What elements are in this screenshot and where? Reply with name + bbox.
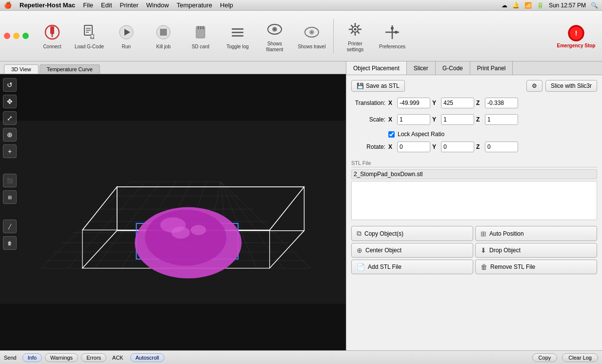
connect-button[interactable]: Connect (35, 15, 70, 58)
battery-icon: 🔋 (537, 2, 544, 9)
svg-rect-18 (202, 26, 204, 29)
translation-xyz: X Y Z (388, 98, 518, 108)
preferences-button[interactable]: Preferences (375, 15, 410, 58)
kill-job-button[interactable]: Kill job (146, 15, 181, 58)
svg-rect-21 (232, 35, 243, 37)
settings-button[interactable]: ⚙ (526, 80, 542, 92)
log-toolbar: Send Info Warnings Errors ACK Autoscroll… (0, 351, 602, 364)
copy-objects-button[interactable]: ⧉ Copy Object(s) (351, 226, 473, 241)
save-icon: 💾 (357, 82, 364, 89)
rotate-x-input[interactable] (397, 142, 430, 152)
drop-object-icon: ⬇ (481, 246, 486, 254)
view-panel: 3D View Temperature Curve ↺ ✥ ⤢ ⊕ + ⬛ ⊞ … (0, 61, 346, 350)
remove-stl-button[interactable]: 🗑 Remove STL File (475, 260, 597, 274)
notification-icon: 🔔 (512, 2, 520, 9)
save-stl-button[interactable]: 💾 Save as STL (351, 80, 405, 92)
printer-settings-button[interactable]: Printer settings (338, 15, 373, 58)
toggle-log-icon (228, 22, 247, 42)
menu-window[interactable]: Window (146, 1, 169, 9)
grid-view-button[interactable]: ⊞ (3, 190, 17, 204)
ruler-tool-button[interactable]: ╱ (3, 220, 17, 233)
view-canvas[interactable]: ↺ ✥ ⤢ ⊕ + ⬛ ⊞ ╱ 🗑 (0, 74, 346, 350)
translation-z-input[interactable] (485, 98, 518, 108)
rotate-y-label: Y (432, 143, 439, 150)
menu-printer[interactable]: Printer (120, 1, 139, 9)
menu-edit[interactable]: Edit (101, 1, 112, 9)
svg-line-34 (351, 25, 353, 27)
svg-text:!: ! (575, 29, 578, 37)
sd-card-label: SD card (192, 44, 209, 50)
maximize-window-button[interactable] (22, 33, 29, 39)
slice-button[interactable]: Slice with Slic3r (545, 80, 597, 92)
top-view-button[interactable]: ⬛ (3, 174, 17, 187)
scale-z-input[interactable] (485, 114, 518, 125)
shows-filament-button[interactable]: Shows filament (257, 15, 292, 58)
close-window-button[interactable] (4, 33, 10, 39)
spotlight-icon[interactable]: 🔍 (591, 2, 598, 9)
svg-rect-20 (232, 32, 243, 33)
log-tab-info[interactable]: Info (22, 353, 42, 362)
shows-travel-button[interactable]: Shows travel (294, 15, 329, 58)
svg-point-24 (274, 28, 276, 30)
center-object-button[interactable]: ⊕ Center Object (351, 243, 473, 258)
svg-point-41 (395, 31, 398, 34)
menu-temperature[interactable]: Temperature (177, 1, 212, 9)
rotate-y-input[interactable] (441, 142, 474, 152)
log-copy-button[interactable]: Copy (532, 353, 558, 362)
menu-help[interactable]: Help (220, 1, 233, 9)
tab-object-placement[interactable]: Object Placement (346, 61, 407, 75)
log-tab-autoscroll[interactable]: Autoscroll (130, 353, 164, 362)
svg-rect-19 (232, 28, 243, 30)
translation-y-label: Y (432, 100, 439, 106)
run-icon (117, 22, 136, 42)
run-button[interactable]: Run (109, 15, 144, 58)
lock-aspect-checkbox[interactable] (388, 131, 395, 138)
translation-x-input[interactable] (397, 98, 430, 108)
action-buttons-grid: ⧉ Copy Object(s) ⊞ Auto Position ⊕ Cente… (351, 226, 597, 274)
tab-g-code[interactable]: G-Code (436, 61, 470, 75)
zoom-in-button[interactable]: + (3, 144, 17, 158)
rotate-xyz: X Y Z (388, 142, 518, 152)
tab-temperature-curve[interactable]: Temperature Curve (40, 64, 100, 74)
log-clear-button[interactable]: Clear Log (562, 353, 598, 362)
delete-tool-button[interactable]: 🗑 (3, 236, 17, 250)
log-tab-errors[interactable]: Errors (81, 353, 106, 362)
toggle-log-button[interactable]: Toggle log (220, 15, 255, 58)
op-toolbar: 💾 Save as STL ⚙ Slice with Slic3r (351, 80, 597, 92)
add-stl-button[interactable]: 📄 Add STL File (351, 260, 473, 274)
view-sidebar-tools: ↺ ✥ ⤢ ⊕ + ⬛ ⊞ ╱ 🗑 (3, 78, 17, 250)
sd-card-icon (191, 22, 210, 42)
pan-view-button[interactable]: ⤢ (3, 111, 17, 125)
stl-file-header: STL File (351, 160, 597, 167)
rotate-view-button[interactable]: ↺ (3, 78, 17, 92)
sd-card-button[interactable]: SD card (183, 15, 218, 58)
load-gcode-button[interactable]: Load G-Code (72, 15, 107, 58)
connect-label: Connect (43, 44, 61, 50)
svg-rect-1 (50, 26, 54, 34)
minimize-window-button[interactable] (13, 33, 20, 39)
svg-rect-16 (198, 26, 199, 29)
rotate-z-input[interactable] (485, 142, 518, 152)
emergency-stop-button[interactable]: ! Emergency Stop (554, 15, 598, 58)
move-view-button[interactable]: ✥ (3, 95, 17, 108)
drop-object-button[interactable]: ⬇ Drop Object (475, 243, 597, 258)
ack-label: ACK (112, 355, 123, 361)
menu-file[interactable]: File (83, 1, 93, 9)
apple-menu[interactable]: 🍎 (4, 1, 12, 9)
scale-x-input[interactable] (397, 114, 430, 125)
svg-line-37 (351, 31, 353, 33)
app-menu-name[interactable]: Repetier-Host Mac (20, 1, 75, 9)
log-tab-warnings[interactable]: Warnings (45, 353, 78, 362)
load-gcode-icon (80, 22, 99, 42)
tab-3d-view[interactable]: 3D View (4, 64, 39, 74)
main-area: 3D View Temperature Curve ↺ ✥ ⤢ ⊕ + ⬛ ⊞ … (0, 61, 602, 350)
auto-position-button[interactable]: ⊞ Auto Position (475, 226, 597, 241)
scale-y-input[interactable] (441, 114, 474, 125)
stl-list-area[interactable] (351, 181, 597, 220)
tab-print-panel[interactable]: Print Panel (470, 61, 513, 75)
tab-slicer[interactable]: Slicer (407, 61, 436, 75)
translation-y-input[interactable] (441, 98, 474, 108)
auto-position-icon: ⊞ (481, 230, 486, 238)
scale-view-button[interactable]: ⊕ (3, 128, 17, 142)
center-object-icon: ⊕ (357, 246, 362, 254)
